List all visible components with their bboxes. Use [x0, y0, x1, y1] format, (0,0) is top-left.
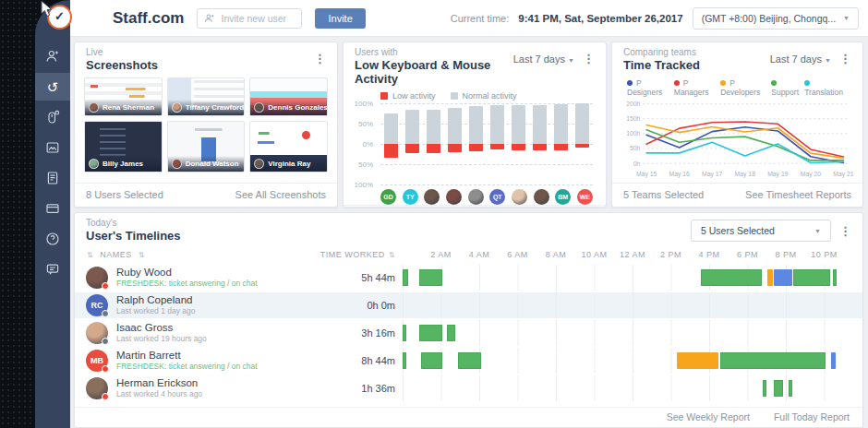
bar-group[interactable]	[405, 103, 419, 184]
see-timesheet-reports-link[interactable]: See Timesheet Reports	[745, 189, 851, 200]
screenshots-subtitle: Live	[86, 47, 158, 58]
column-settings-icon[interactable]: ⇅	[87, 251, 93, 259]
work-session-bar[interactable]	[831, 352, 836, 369]
screenshot-user-name: Virginia Ray	[268, 160, 310, 168]
sidebar-item-reports[interactable]	[35, 164, 70, 192]
screenshot-thumbnail[interactable]: Donald Watson	[167, 121, 246, 172]
screenshot-thumbnail[interactable]: Rena Sherman	[84, 77, 163, 116]
timeline-row[interactable]: Herman Erickson Last worked 4 hours ago …	[75, 375, 862, 401]
photo-icon	[45, 140, 60, 155]
sidebar-item-invite-user[interactable]	[35, 42, 70, 70]
user-avatar[interactable]	[512, 189, 527, 205]
work-session-bar[interactable]	[833, 269, 837, 286]
teams-card-header: Comparing teams Time Tracked Last 7 days…	[612, 42, 862, 75]
user-avatar[interactable]: GD	[380, 189, 396, 205]
see-all-screenshots-link[interactable]: See All Screenshots	[235, 189, 326, 200]
work-session-bar[interactable]	[403, 352, 406, 369]
work-session-bar[interactable]	[763, 380, 766, 397]
timezone-dropdown[interactable]: (GMT +8:00) Beijing, Chongq... ▼	[693, 7, 859, 30]
users-selected-dropdown[interactable]: 5 Users Selected ▼	[691, 220, 831, 242]
work-session-bar[interactable]	[701, 269, 763, 286]
bar-group[interactable]	[533, 103, 547, 184]
work-session-bar[interactable]	[403, 325, 406, 341]
timeline-row[interactable]: Isaac Gross Last worked 19 hours ago 3h …	[75, 320, 862, 346]
user-avatar[interactable]	[468, 189, 484, 205]
bar-group[interactable]	[448, 103, 462, 184]
screenshot-grid: Rena Sherman Tiffany Crawford Dennis Gon…	[75, 75, 337, 183]
user-avatar[interactable]	[534, 189, 549, 205]
avatar	[89, 102, 99, 113]
activity-avatar-row: GDTYQTBMWE	[380, 189, 593, 205]
sidebar-item-activity-history[interactable]: ↺	[35, 73, 70, 101]
see-weekly-report-link[interactable]: See Weekly Report	[667, 411, 750, 422]
user-add-icon	[45, 49, 60, 64]
user-avatar[interactable]: BM	[555, 189, 571, 205]
work-session-bar[interactable]	[419, 269, 442, 286]
user-name: Ruby Wood	[116, 267, 286, 279]
range-dropdown[interactable]: Last 7 days ▼	[513, 54, 574, 65]
bar-group[interactable]	[469, 103, 483, 184]
screenshots-card-header: Live Screenshots ⋮	[75, 42, 337, 75]
sidebar-item-feedback[interactable]	[35, 256, 70, 283]
work-session-bar[interactable]	[458, 352, 480, 369]
full-today-report-link[interactable]: Full Today Report	[774, 411, 850, 422]
bar-group[interactable]	[575, 103, 589, 184]
work-session-bar[interactable]	[720, 352, 826, 369]
y-axis-label: 50%	[349, 160, 373, 169]
user-avatar[interactable]: TY	[403, 189, 418, 205]
work-session-bar[interactable]	[421, 352, 442, 369]
sidebar: ↺	[35, 0, 70, 428]
work-session-bar[interactable]	[403, 269, 408, 286]
kebab-menu-icon[interactable]: ⋮	[839, 225, 851, 237]
screenshot-thumbnail[interactable]: Virginia Ray	[249, 121, 328, 172]
mouse-icon	[45, 110, 60, 125]
screenshot-thumbnail[interactable]: Tiffany Crawford	[167, 77, 246, 116]
user-avatar[interactable]	[424, 189, 440, 205]
user-avatar[interactable]: QT	[489, 189, 505, 205]
user-avatar[interactable]: WE	[577, 189, 593, 205]
work-session-bar[interactable]	[677, 352, 718, 369]
invite-button[interactable]: Invite	[315, 8, 365, 29]
user-add-icon	[204, 13, 215, 24]
sort-names-icon[interactable]: ⇅	[139, 251, 145, 259]
bar-group[interactable]	[384, 103, 398, 184]
svg-text:May 16: May 16	[669, 171, 690, 178]
work-session-bar[interactable]	[789, 380, 792, 397]
screenshot-user-name: Dennis Gonzales	[268, 103, 327, 112]
hour-label: 10 PM	[811, 250, 838, 259]
teams-selected-label[interactable]: 5 Teams Selected	[623, 189, 704, 200]
work-session-bar[interactable]	[774, 380, 783, 397]
kebab-menu-icon[interactable]: ⋮	[583, 53, 595, 65]
legend-item: Normal activity	[451, 91, 517, 101]
sidebar-item-screenshots[interactable]	[35, 134, 70, 161]
sidebar-item-help[interactable]	[35, 225, 70, 253]
kebab-menu-icon[interactable]: ⋮	[839, 53, 851, 65]
invite-input[interactable]: Invite new user	[197, 8, 302, 29]
user-info: Martin Barrett FRESHDESK: ticket answeri…	[116, 350, 286, 372]
bar-group[interactable]	[490, 103, 504, 184]
work-session-bar[interactable]	[447, 325, 455, 341]
legend-item: Support	[771, 78, 804, 97]
bar-group[interactable]	[554, 103, 568, 184]
work-session-bar[interactable]	[419, 325, 442, 341]
work-session-bar[interactable]	[793, 269, 830, 286]
sort-time-icon[interactable]: ⇅	[389, 251, 395, 259]
work-session-bar[interactable]	[767, 269, 773, 286]
user-avatar[interactable]	[446, 189, 462, 205]
screenshot-thumbnail[interactable]: Billy James	[84, 121, 163, 172]
timeline-row[interactable]: Ruby Wood FRESHDESK: ticket answering / …	[75, 265, 862, 291]
users-selected-label[interactable]: 8 Users Selected	[86, 189, 163, 200]
timeline-row[interactable]: MB Martin Barrett FRESHDESK: ticket answ…	[75, 348, 862, 374]
timeline-track	[403, 320, 862, 346]
range-dropdown[interactable]: Last 7 days ▼	[770, 54, 831, 65]
user-name: Ralph Copeland	[116, 294, 286, 306]
screenshot-thumbnail[interactable]: Dennis Gonzales	[249, 77, 328, 116]
card-icon	[45, 201, 60, 216]
sidebar-item-mouse-tracking[interactable]	[35, 103, 70, 131]
sidebar-item-payments[interactable]	[35, 195, 70, 222]
work-session-bar[interactable]	[774, 269, 792, 286]
bar-group[interactable]	[427, 103, 440, 184]
bar-group[interactable]	[512, 103, 525, 184]
timeline-row[interactable]: RC Ralph Copeland Last worked 1 day ago …	[75, 292, 862, 318]
kebab-menu-icon[interactable]: ⋮	[314, 53, 326, 65]
